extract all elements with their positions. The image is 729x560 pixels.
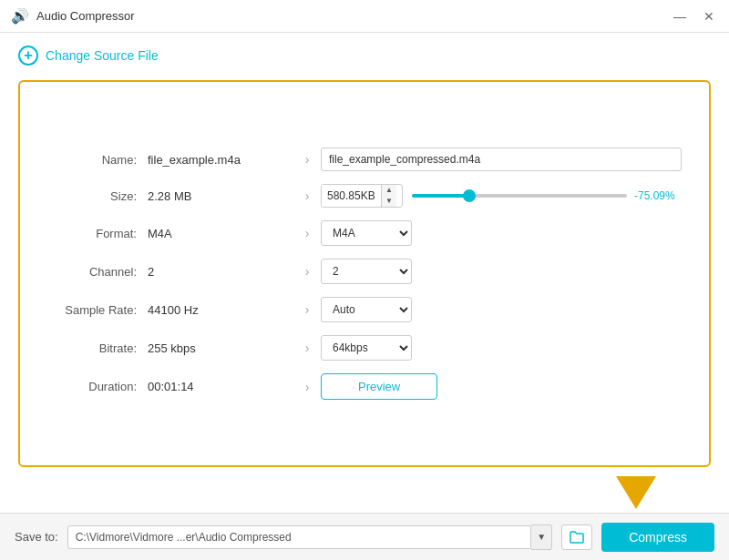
samplerate-source-value: 44100 Hz xyxy=(148,303,293,317)
bottom-bar: Save to: ▼ Compress xyxy=(0,513,729,560)
samplerate-controls: Auto 44100 Hz 22050 Hz 16000 Hz 8000 Hz xyxy=(321,297,682,322)
spinner-up-button[interactable]: ▲ xyxy=(382,185,396,196)
app-title: Audio Compressor xyxy=(36,9,671,23)
name-output-input[interactable] xyxy=(321,148,682,171)
samplerate-select[interactable]: Auto 44100 Hz 22050 Hz 16000 Hz 8000 Hz xyxy=(321,297,412,322)
window-controls: — ✕ xyxy=(671,7,718,25)
channel-row: Channel: 2 › 2 1 Auto xyxy=(47,259,682,284)
preview-button[interactable]: Preview xyxy=(321,373,437,400)
size-source-value: 2.28 MB xyxy=(148,189,293,203)
minimize-button[interactable]: — xyxy=(671,7,689,25)
compress-button[interactable]: Compress xyxy=(601,523,714,552)
samplerate-label: Sample Rate: xyxy=(47,303,148,317)
size-slider[interactable] xyxy=(412,194,627,198)
app-icon: 🔊 xyxy=(11,7,29,25)
bitrate-select[interactable]: 64kbps 128kbps 192kbps 256kbps 320kbps xyxy=(321,335,412,361)
format-arrow: › xyxy=(293,226,321,240)
format-controls: M4A MP3 AAC FLAC WAV xyxy=(321,220,682,246)
channel-source-value: 2 xyxy=(148,265,293,279)
spinner-down-button[interactable]: ▼ xyxy=(382,196,396,207)
path-dropdown-button[interactable]: ▼ xyxy=(531,524,552,550)
duration-controls: Preview xyxy=(321,373,682,400)
name-controls xyxy=(321,148,682,171)
title-bar: 🔊 Audio Compressor — ✕ xyxy=(0,0,729,33)
name-source-value: file_example.m4a xyxy=(148,153,293,167)
name-label: Name: xyxy=(47,153,148,167)
samplerate-row: Sample Rate: 44100 Hz › Auto 44100 Hz 22… xyxy=(47,297,682,322)
size-arrow: › xyxy=(293,188,321,203)
format-select[interactable]: M4A MP3 AAC FLAC WAV xyxy=(321,220,412,246)
bitrate-label: Bitrate: xyxy=(47,341,148,355)
size-label: Size: xyxy=(47,189,148,203)
close-button[interactable]: ✕ xyxy=(700,7,718,25)
channel-label: Channel: xyxy=(47,265,148,279)
duration-label: Duration: xyxy=(47,380,148,393)
change-source-button[interactable]: + Change Source File xyxy=(18,46,711,66)
size-output-input[interactable] xyxy=(322,185,381,207)
size-percent: -75.09% xyxy=(634,189,682,202)
size-row: Size: 2.28 MB › ▲ ▼ -75.09% xyxy=(47,184,682,208)
change-source-label: Change Source File xyxy=(46,48,159,63)
compress-arrow-indicator xyxy=(616,476,656,509)
duration-row: Duration: 00:01:14 › Preview xyxy=(47,373,682,400)
size-input-wrap: ▲ ▼ xyxy=(321,184,403,208)
bitrate-controls: 64kbps 128kbps 192kbps 256kbps 320kbps xyxy=(321,335,682,361)
format-row: Format: M4A › M4A MP3 AAC FLAC WAV xyxy=(47,220,682,246)
channel-select[interactable]: 2 1 Auto xyxy=(321,259,412,284)
samplerate-arrow: › xyxy=(293,302,321,317)
save-to-label: Save to: xyxy=(15,530,58,544)
bitrate-arrow: › xyxy=(293,341,321,355)
settings-card: Name: file_example.m4a › Size: 2.28 MB ›… xyxy=(18,80,711,467)
duration-value: 00:01:14 xyxy=(148,380,293,393)
duration-arrow: › xyxy=(293,380,321,394)
size-controls: ▲ ▼ -75.09% xyxy=(321,184,682,208)
channel-controls: 2 1 Auto xyxy=(321,259,682,284)
channel-arrow: › xyxy=(293,264,321,279)
format-source-value: M4A xyxy=(148,227,293,240)
format-label: Format: xyxy=(47,227,148,240)
bitrate-source-value: 255 kbps xyxy=(148,341,293,355)
spinner-buttons: ▲ ▼ xyxy=(381,185,396,207)
size-slider-wrap: -75.09% xyxy=(412,189,682,202)
bitrate-row: Bitrate: 255 kbps › 64kbps 128kbps 192kb… xyxy=(47,335,682,361)
name-arrow: › xyxy=(293,152,321,167)
path-input-group: ▼ xyxy=(67,524,553,550)
arrow-indicator-container xyxy=(18,476,711,509)
save-path-input[interactable] xyxy=(67,525,532,549)
add-icon: + xyxy=(18,46,38,66)
name-row: Name: file_example.m4a › xyxy=(47,148,682,171)
open-folder-button[interactable] xyxy=(561,524,592,550)
main-content: + Change Source File Name: file_example.… xyxy=(0,33,729,513)
